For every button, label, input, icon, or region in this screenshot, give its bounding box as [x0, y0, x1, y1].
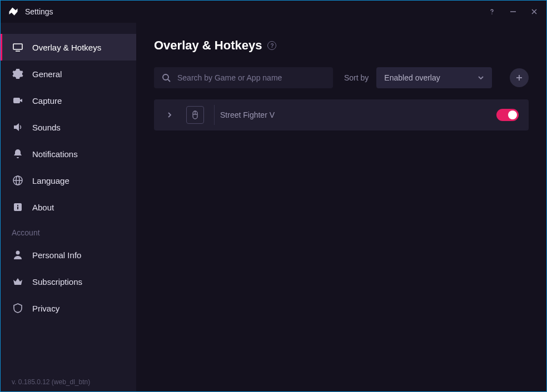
- page-title-row: Overlay & Hotkeys ?: [154, 38, 529, 53]
- sidebar-item-label: About: [32, 203, 54, 212]
- close-icon[interactable]: [529, 6, 540, 17]
- sidebar-item-label: Language: [32, 176, 69, 185]
- chevron-down-icon: [478, 74, 484, 81]
- person-icon: [12, 249, 23, 260]
- sidebar-item-general[interactable]: General: [1, 61, 136, 87]
- bell-icon: [12, 148, 23, 159]
- overlay-icon: [12, 42, 23, 53]
- sort-value: Enabled overlay: [384, 73, 440, 82]
- toolbar: Sort by Enabled overlay: [154, 67, 529, 88]
- window-controls: [486, 6, 540, 17]
- help-icon[interactable]: [486, 6, 498, 17]
- sidebar-item-capture[interactable]: Capture: [1, 87, 136, 114]
- content: Overlay & Hotkeys ? Sort by Enabled over…: [136, 23, 546, 391]
- sort-dropdown[interactable]: Enabled overlay: [376, 67, 492, 88]
- svg-rect-11: [17, 205, 18, 206]
- svg-line-15: [168, 79, 170, 82]
- globe-icon: [12, 175, 23, 186]
- svg-point-0: [491, 13, 493, 14]
- crown-icon: [12, 276, 23, 287]
- page-title: Overlay & Hotkeys: [154, 38, 262, 53]
- svg-rect-6: [13, 98, 20, 103]
- speaker-icon: [12, 122, 23, 133]
- svg-rect-12: [17, 207, 18, 209]
- version-label: v. 0.185.0.12 (web_dl_btn): [12, 378, 90, 386]
- sidebar-section-account: Account: [1, 220, 136, 242]
- search-icon: [162, 73, 171, 82]
- gear-icon: [12, 68, 23, 79]
- svg-point-14: [163, 74, 168, 80]
- search-box[interactable]: [154, 67, 333, 88]
- sidebar-item-label: Sounds: [32, 123, 61, 132]
- game-icon: [186, 106, 204, 124]
- sidebar-item-privacy[interactable]: Privacy: [1, 295, 136, 321]
- overlay-toggle[interactable]: [496, 109, 519, 121]
- game-list: Street Fighter V: [154, 99, 529, 130]
- add-button[interactable]: [510, 68, 529, 87]
- sidebar-item-sounds[interactable]: Sounds: [1, 114, 136, 140]
- sidebar-item-subscriptions[interactable]: Subscriptions: [1, 268, 136, 295]
- info-icon: [12, 202, 23, 213]
- sidebar-item-label: Personal Info: [32, 250, 81, 260]
- sidebar-item-label: Privacy: [32, 304, 59, 313]
- sidebar-item-about[interactable]: About: [1, 194, 136, 220]
- sidebar-item-label: General: [32, 69, 62, 79]
- sort-label: Sort by: [344, 73, 369, 82]
- help-icon[interactable]: ?: [267, 41, 276, 50]
- titlebar: Settings: [1, 1, 546, 23]
- sidebar-item-personal-info[interactable]: Personal Info: [1, 242, 136, 268]
- sidebar-item-language[interactable]: Language: [1, 167, 136, 194]
- game-row: Street Fighter V: [154, 99, 529, 130]
- game-name: Street Fighter V: [214, 105, 489, 125]
- sidebar-item-label: Capture: [32, 96, 62, 105]
- svg-rect-4: [13, 44, 22, 49]
- shield-icon: [12, 303, 23, 314]
- search-input[interactable]: [177, 73, 325, 82]
- svg-point-13: [16, 251, 20, 255]
- app-logo: [7, 6, 19, 18]
- sidebar: Overlay & Hotkeys General Capture Sounds: [1, 23, 136, 391]
- sidebar-item-notifications[interactable]: Notifications: [1, 140, 136, 167]
- sort-by: Sort by Enabled overlay: [344, 67, 492, 88]
- sidebar-item-overlay[interactable]: Overlay & Hotkeys: [1, 34, 136, 61]
- camera-icon: [12, 95, 23, 106]
- minimize-icon[interactable]: [508, 6, 519, 17]
- window-title: Settings: [25, 7, 486, 16]
- expand-button[interactable]: [164, 109, 175, 120]
- sidebar-item-label: Overlay & Hotkeys: [32, 43, 101, 52]
- sidebar-item-label: Notifications: [32, 149, 78, 159]
- sidebar-item-label: Subscriptions: [32, 277, 82, 287]
